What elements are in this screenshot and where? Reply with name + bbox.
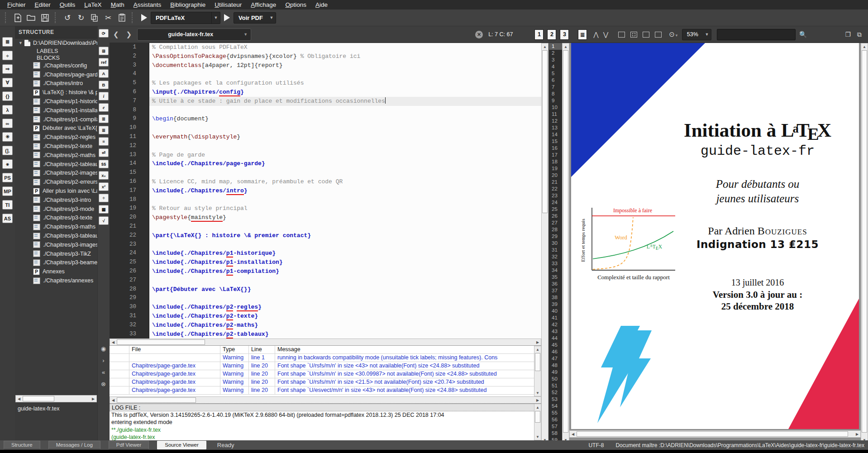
tree-item[interactable]: PAnnexes [15, 267, 97, 276]
close-log-icon[interactable]: ⊗ [101, 381, 106, 387]
sync-line-number[interactable]: 21 [549, 179, 562, 186]
sync-line-number[interactable]: 45 [549, 342, 562, 348]
code-line[interactable]: \include{./Chapitres/p2-regles} [149, 303, 541, 312]
code-line[interactable]: \include{./Chapitres/intro} [149, 186, 541, 196]
inline-math-icon[interactable]: $$ [99, 160, 109, 168]
run-compile-icon[interactable] [141, 14, 147, 21]
show-log-eye-icon[interactable]: ◉ [101, 345, 106, 352]
messages-hscrollbar[interactable]: ◀▶ [110, 396, 541, 404]
delimiters-tab-icon[interactable]: {} [2, 91, 13, 101]
tikz-tab-icon[interactable]: TI [2, 200, 13, 210]
sync-line-number[interactable]: 50 [549, 376, 562, 382]
tree-item[interactable]: ./Chapitres/p3-texte [15, 214, 97, 223]
subscript-icon[interactable]: x₂ [99, 171, 109, 180]
menu-utilisateur[interactable]: Utilisateur [210, 0, 246, 10]
menu-bibliographie[interactable]: Bibliographie [166, 0, 210, 10]
sync-line-number[interactable]: 29 [549, 233, 562, 240]
structure-hscrollbar[interactable]: ◀▶ [15, 395, 97, 402]
structure-tab-icon[interactable]: ≣ [2, 37, 13, 47]
tree-item[interactable]: ./Chapitres/p3-beamer [15, 258, 97, 267]
pdf-page-mode-2-button[interactable]: 2 [547, 29, 556, 40]
redo-button[interactable]: ↻ [75, 12, 87, 24]
search-icon[interactable]: 🔍 [799, 31, 807, 38]
paste-button[interactable] [115, 12, 128, 24]
message-row[interactable]: Warningline 1running in backwards compat… [110, 354, 541, 362]
tree-item[interactable]: ./Chapitres/p2-maths [15, 151, 97, 160]
pdf-next-page-icon[interactable]: ⋁ [603, 31, 608, 38]
tree-item[interactable]: ./Chapitres/intro [15, 79, 97, 88]
sync-line-number[interactable]: 57 [549, 423, 562, 430]
code-line[interactable]: % Page de garde [149, 151, 541, 160]
menu-affichage[interactable]: Affichage [246, 0, 281, 10]
tree-item[interactable]: ./Chapitres/p1-compilation [15, 115, 97, 124]
sync-line-number[interactable]: 54 [549, 403, 562, 410]
sync-line-number[interactable]: 42 [549, 321, 562, 328]
tree-item[interactable]: BLOCKS [15, 54, 97, 61]
nav-back-icon[interactable]: ❮ [110, 30, 123, 38]
label-ref-icon[interactable]: ref [99, 58, 109, 67]
next-error-icon[interactable]: › [102, 357, 104, 364]
code-line[interactable] [149, 124, 541, 133]
misc-math-tab-icon[interactable]: ∞ [2, 119, 13, 128]
message-row[interactable]: Chapitres/page-garde.texWarningline 20Fo… [110, 378, 541, 386]
sync-line-number[interactable]: 5 [549, 70, 562, 77]
code-line[interactable] [149, 196, 541, 205]
menu-aide[interactable]: Aide [311, 0, 332, 10]
code-line[interactable] [149, 106, 541, 115]
sync-line-number[interactable]: 12 [549, 118, 562, 124]
sync-line-number[interactable]: 26 [549, 213, 562, 219]
tree-item[interactable]: ./Chapitres/config [15, 61, 97, 70]
external-viewer-icon[interactable]: ⧉ [857, 31, 862, 38]
sync-line-number[interactable]: 58 [549, 430, 562, 437]
code-line[interactable]: % Compilation sous PDFLaTeX [149, 43, 541, 52]
description-icon[interactable]: ≡ [99, 137, 109, 146]
code-line[interactable] [149, 142, 541, 151]
pdf-viewer[interactable]: Impossible à faire Word LATEX Effort et … [569, 43, 861, 443]
sync-line-number[interactable]: 35 [549, 274, 562, 281]
pdf-line-sync-strip[interactable]: 1234567891011121314151617181920212223242… [549, 43, 562, 443]
pdf-zoom-select[interactable]: 53% ▼ [682, 29, 711, 40]
presentation-eye-icon[interactable]: ⊙▼ [669, 30, 678, 38]
code-line[interactable]: % Retour au style principal [149, 204, 541, 213]
italic-icon[interactable]: i [99, 92, 109, 100]
view-mode-select[interactable]: Voir PDF ▼ [234, 12, 276, 24]
messages-vscrollbar[interactable]: ▲▼ [534, 346, 541, 396]
tree-item[interactable]: ./Chapitres/p2-erreurs [15, 177, 97, 186]
code-line[interactable]: \PassOptionsToPackage{dvipsnames}{xcolor… [149, 52, 541, 61]
sync-line-number[interactable]: 47 [549, 355, 562, 362]
refresh-structure-icon[interactable]: ⟳ [99, 29, 109, 38]
sync-line-number[interactable]: 25 [549, 206, 562, 213]
fit-page-icon[interactable] [618, 32, 625, 38]
fit-width-icon[interactable] [643, 32, 649, 38]
pdf-page-mode-3-button[interactable]: 3 [560, 29, 569, 40]
statusbar-source-viewer-button[interactable]: Source Viewer [157, 441, 206, 449]
pdf-line-numbers-button[interactable]: ≣ [578, 29, 587, 40]
greek-letters-tab-icon[interactable]: λ [2, 105, 13, 114]
sync-line-number[interactable]: 37 [549, 287, 562, 294]
tree-item[interactable]: ./Chapitres/p2-images [15, 169, 97, 178]
sync-line-number[interactable]: 8 [549, 91, 562, 97]
code-line[interactable]: \everymath{\displaystyle} [149, 133, 541, 142]
tree-item[interactable]: ./Chapitres/p3-images [15, 240, 97, 249]
code-line[interactable]: \include{./Chapitres/p2-texte} [149, 312, 541, 321]
editor-hscrollbar[interactable]: ◀▶ [110, 339, 541, 346]
pdf-search-input[interactable] [717, 29, 796, 40]
sync-line-number[interactable]: 23 [549, 192, 562, 199]
sync-line-number[interactable]: 39 [549, 301, 562, 308]
sync-line-number[interactable]: 51 [549, 382, 562, 389]
sync-line-number[interactable]: 46 [549, 348, 562, 355]
code-line[interactable]: \include{./Chapitres/p1-compilation} [149, 267, 541, 276]
tree-item[interactable]: ./Chapitres/p1-installation [15, 106, 97, 115]
sync-line-number[interactable]: 6 [549, 77, 562, 84]
arrow-symbols-tab-icon[interactable]: ⇒ [2, 64, 13, 74]
sync-line-number[interactable]: 40 [549, 308, 562, 315]
tree-item[interactable]: P\LaTeX{} : histoire \& premier contact [15, 88, 97, 97]
sync-line-number[interactable]: 2 [549, 50, 562, 57]
open-file-selector[interactable]: guide-latex-fr.tex ▼ [137, 29, 251, 41]
sync-line-number[interactable]: 20 [549, 172, 562, 179]
copy-button[interactable] [88, 12, 101, 24]
sync-line-number[interactable]: 38 [549, 294, 562, 301]
sync-line-number[interactable]: 33 [549, 260, 562, 267]
emph-icon[interactable]: e [99, 103, 109, 112]
code-line[interactable]: \include{./Chapitres/p1-historique} [149, 249, 541, 258]
